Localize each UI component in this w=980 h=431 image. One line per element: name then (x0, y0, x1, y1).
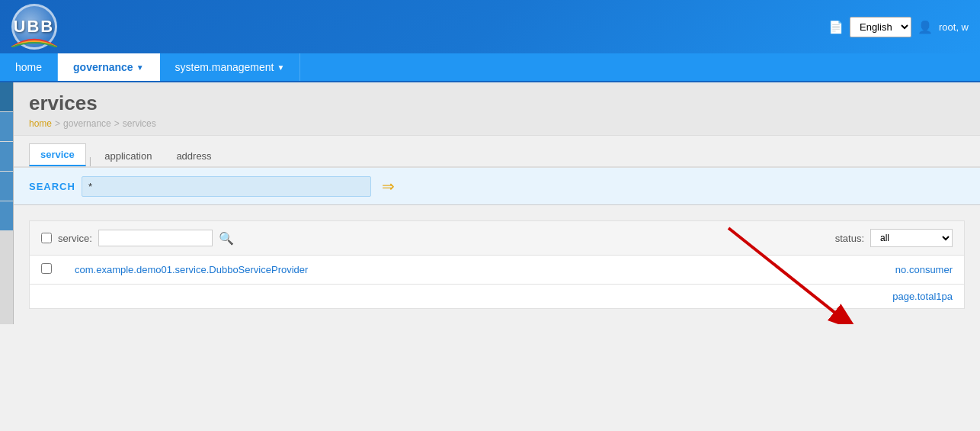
breadcrumb-sep2: > (114, 118, 120, 129)
search-label: SEARCH (29, 181, 75, 192)
language-select[interactable]: English 中文 (850, 17, 911, 37)
page-main: ervices home > governance > services ser… (14, 82, 980, 324)
search-bar: SEARCH ⇒ (14, 168, 980, 205)
tab-address[interactable]: address (165, 145, 223, 166)
service-filter-label: service: (58, 233, 92, 244)
nav-system-management[interactable]: system.management ▼ (160, 53, 301, 81)
nav-home-label: home (15, 61, 42, 73)
breadcrumb-home[interactable]: home (29, 118, 52, 129)
user-info: root, w (939, 21, 969, 33)
breadcrumb: home > governance > services (29, 118, 965, 129)
logo-text: DUBBO (11, 17, 57, 37)
status-select[interactable]: all no.consumer no.provider (870, 229, 953, 247)
main-wrapper: ervices home > governance > services ser… (0, 82, 980, 324)
breadcrumb-governance: governance (63, 118, 111, 129)
tab-service[interactable]: service (29, 143, 86, 166)
nav-system-label: system.management (175, 61, 274, 73)
pagination-text: page.total1pa (892, 291, 953, 302)
service-link[interactable]: com.example.demo01.service.DubboServiceP… (75, 264, 308, 275)
breadcrumb-sep1: > (55, 118, 60, 129)
service-filter-input[interactable] (98, 230, 213, 246)
search-button[interactable]: ⇒ (377, 175, 399, 197)
logo-area: DUBBO (11, 4, 57, 50)
search-input[interactable] (82, 176, 371, 197)
status-label: status: (835, 233, 864, 244)
page-title: ervices (29, 92, 965, 115)
breadcrumb-current: services (123, 118, 156, 129)
select-all-checkbox[interactable] (41, 233, 52, 243)
nav-system-arrow: ▼ (277, 63, 284, 72)
sidebar-strip-2[interactable] (0, 112, 13, 141)
nav-governance-label: governance (73, 61, 133, 73)
app-header: DUBBO 📄 English 中文 👤 root, w (0, 0, 980, 53)
nav-governance-arrow: ▼ (136, 63, 144, 72)
nav-home[interactable]: home (0, 53, 58, 81)
tabs-section: service | application address (14, 136, 980, 168)
service-name-cell: com.example.demo01.service.DubboServiceP… (63, 256, 749, 285)
left-sidebar (0, 82, 14, 324)
filter-row: service: 🔍 status: all no.consumer no.pr… (29, 220, 965, 255)
filter-search-icon[interactable]: 🔍 (219, 231, 234, 246)
sidebar-strip-5[interactable] (0, 201, 13, 230)
filter-right: status: all no.consumer no.provider (835, 229, 953, 247)
logo-rainbow-icon (11, 38, 57, 47)
page-icon: 📄 (828, 20, 844, 34)
user-icon: 👤 (918, 20, 933, 34)
search-arrow-icon: ⇒ (382, 178, 395, 195)
page-title-section: ervices home > governance > services (14, 82, 980, 136)
pagination-row: page.total1pa (29, 285, 965, 309)
content-area: service: 🔍 status: all no.consumer no.pr… (14, 205, 980, 324)
no-consumer-badge: no.consumer (895, 264, 953, 275)
sidebar-strip-1[interactable] (0, 82, 13, 111)
navbar: home governance ▼ system.management ▼ (0, 53, 980, 82)
data-table: com.example.demo01.service.DubboServiceP… (29, 255, 965, 285)
row-checkbox-cell (30, 256, 64, 285)
tab-sep1: | (89, 155, 91, 166)
status-cell: no.consumer (749, 256, 965, 285)
row-checkbox[interactable] (41, 263, 52, 274)
table-row: com.example.demo01.service.DubboServiceP… (30, 256, 965, 285)
tab-application[interactable]: application (93, 145, 163, 166)
sidebar-strip-4[interactable] (0, 172, 13, 201)
filter-left: service: 🔍 (41, 230, 234, 246)
nav-governance[interactable]: governance ▼ (58, 53, 160, 81)
header-right: 📄 English 中文 👤 root, w (828, 17, 969, 37)
sidebar-strip-3[interactable] (0, 142, 13, 171)
